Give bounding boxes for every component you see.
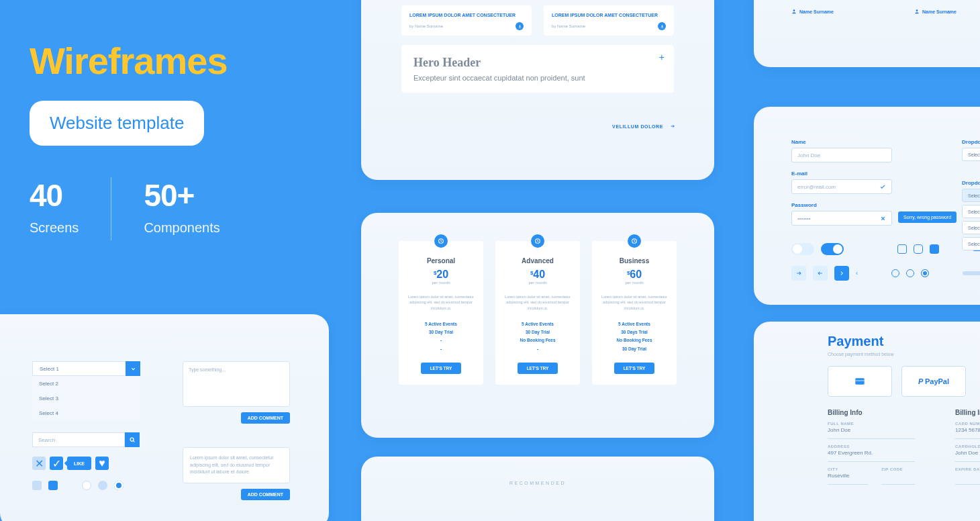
testimonial: LOREM IPSUM Name Surname [791, 0, 834, 67]
heart-chip[interactable]: ♥ [95, 457, 109, 470]
plan-cta-button[interactable]: LET'S TRY [421, 363, 462, 374]
full-name-input[interactable]: John Doe [828, 427, 915, 439]
stats-row: 40 Screens 50+ Components [30, 177, 220, 240]
toggle-off[interactable] [791, 243, 814, 255]
swatch-blue[interactable] [48, 481, 58, 490]
swatch-light[interactable] [32, 481, 42, 490]
zip-label: ZIP CODE [881, 467, 915, 471]
download-icon[interactable] [516, 22, 524, 30]
plan-price: $20 [408, 269, 474, 281]
article-card[interactable]: LOREM IPSUM DOLOR AMET CONSECTETUER by N… [401, 5, 532, 36]
plan-features: 5 Active Events30 Day Trial-- [408, 320, 474, 353]
name-label: Name [791, 139, 980, 145]
stat-screens-num: 40 [30, 177, 79, 214]
like-chip[interactable]: LIKE [67, 457, 91, 470]
svg-point-2 [130, 438, 134, 441]
expire-input[interactable] [955, 473, 980, 485]
dropdown-label: Dropdown [962, 139, 980, 145]
select-option[interactable]: Select 3 [32, 391, 140, 406]
svg-point-1 [916, 9, 918, 11]
card-number-input[interactable]: 1234 5678 3456 [955, 427, 980, 439]
plan-cta-button[interactable]: LET'S TRY [518, 363, 558, 374]
select-option[interactable]: Select 4 [32, 406, 140, 420]
plan-desc: Lorem ipsum dolor sit amet, consectetur … [408, 294, 474, 311]
pricing-card: Business$60per monthLorem ipsum dolor si… [592, 241, 677, 385]
checkbox-checked[interactable] [930, 244, 939, 254]
radio-empty[interactable] [906, 269, 914, 277]
article-card[interactable]: LOREM IPSUM DOLOR AMET CONSECTETUER by N… [544, 5, 674, 36]
pay-method-paypal[interactable]: PayPal [901, 366, 966, 397]
hero-banner-text: Excepteur sint occaecat cupidatat non pr… [413, 74, 662, 82]
plan-price: $60 [601, 269, 667, 281]
subtitle-pill: Website template [30, 101, 204, 146]
search-button[interactable] [125, 432, 140, 447]
dropdown-option[interactable]: Select 4 [962, 237, 980, 250]
error-tooltip: Sorry, wrong password [898, 211, 957, 223]
search-input[interactable]: Search [32, 432, 125, 447]
panel-payment: Payment Choose payment method below PayP… [754, 322, 980, 521]
select-dropdown[interactable]: Select 1 [32, 361, 140, 376]
add-comment-button[interactable]: ADD COMMENT [241, 489, 290, 500]
close-chip[interactable]: ✕ [32, 457, 46, 470]
hero-banner: + Hero Header Excepteur sint occaecat cu… [401, 45, 674, 93]
see-more-link[interactable]: VELILLUM DOLORE [612, 124, 675, 129]
svg-rect-7 [855, 380, 864, 381]
expire-label: EXPIRE DATE [955, 467, 980, 471]
clock-icon [434, 234, 448, 248]
panel-testimonials: LOREM IPSUM Name Surname LOREM IPSUM Nam… [754, 0, 980, 67]
testimonial: LOREM IPSUM Name Surname [914, 0, 957, 67]
download-icon[interactable] [658, 22, 666, 30]
dropdown-option[interactable]: Select 1 [962, 189, 980, 202]
dropdown-option[interactable]: Select 3 [962, 221, 980, 234]
address-input[interactable]: 497 Evergreen Rd. [828, 450, 915, 462]
city-input[interactable]: Roseville [828, 473, 868, 485]
arrow-right-button[interactable] [834, 266, 849, 281]
checkbox-empty[interactable] [914, 244, 923, 254]
radio-selected[interactable] [114, 481, 124, 490]
textarea[interactable]: Type something... [183, 361, 290, 407]
plan-name: Personal [408, 257, 474, 265]
payment-title: Payment [828, 334, 980, 349]
stat-screens-label: Screens [30, 220, 79, 236]
card-number-label: CARD NUMBER [955, 422, 980, 426]
radio-empty[interactable] [891, 269, 899, 277]
dropdown-option[interactable]: Select 2 [962, 205, 980, 218]
testimonial-author: Name Surname [791, 9, 834, 14]
check-chip[interactable]: ✓ [50, 457, 63, 470]
cardholder-input[interactable]: John Doe [955, 450, 980, 462]
testimonial-title: LOREM IPSUM [791, 0, 834, 1]
toggle-on[interactable] [821, 243, 844, 255]
pricing-card: Personal$20per monthLorem ipsum dolor si… [399, 241, 483, 385]
dropdown-select[interactable]: Select [962, 148, 980, 161]
chevron-down-icon[interactable] [126, 361, 140, 376]
clock-icon [628, 234, 641, 248]
plus-icon[interactable]: + [659, 52, 665, 62]
dropdown-column: Dropdown Select Dropdown Select 1 Select… [962, 139, 980, 253]
name-input[interactable]: John Doe [791, 148, 892, 162]
arrow-left-button[interactable] [813, 266, 828, 281]
radio-selected[interactable] [921, 269, 929, 277]
slider-track[interactable] [963, 271, 980, 275]
arrow-right-button[interactable] [791, 266, 806, 281]
dropdown-label: Dropdown [962, 180, 980, 186]
stat-components-label: Components [144, 220, 219, 236]
clock-icon [531, 234, 544, 248]
stats-divider [111, 177, 111, 240]
password-input[interactable]: ••••••• Sorry, wrong password [791, 211, 892, 226]
pagination-prev[interactable]: ‹ [856, 270, 858, 277]
add-comment-button[interactable]: ADD COMMENT [241, 412, 290, 424]
svg-point-0 [793, 9, 795, 11]
select-option[interactable]: Select 2 [32, 376, 140, 391]
plan-period: per month [601, 281, 667, 285]
plan-desc: Lorem ipsum dolor sit amet, consectetur … [601, 294, 667, 311]
payment-subtitle: Choose payment method below [828, 352, 980, 357]
email-input[interactable]: error@mail.com [791, 179, 892, 194]
radio-empty[interactable] [82, 481, 91, 490]
hero-title: Wireframes [30, 39, 228, 83]
pay-method-card[interactable] [828, 366, 892, 397]
panel-pricing: Personal$20per monthLorem ipsum dolor si… [361, 213, 714, 438]
zip-input[interactable] [881, 473, 915, 485]
plan-cta-button[interactable]: LET'S TRY [614, 363, 655, 374]
checkbox-empty[interactable] [897, 244, 907, 254]
radio-light[interactable] [98, 481, 107, 490]
